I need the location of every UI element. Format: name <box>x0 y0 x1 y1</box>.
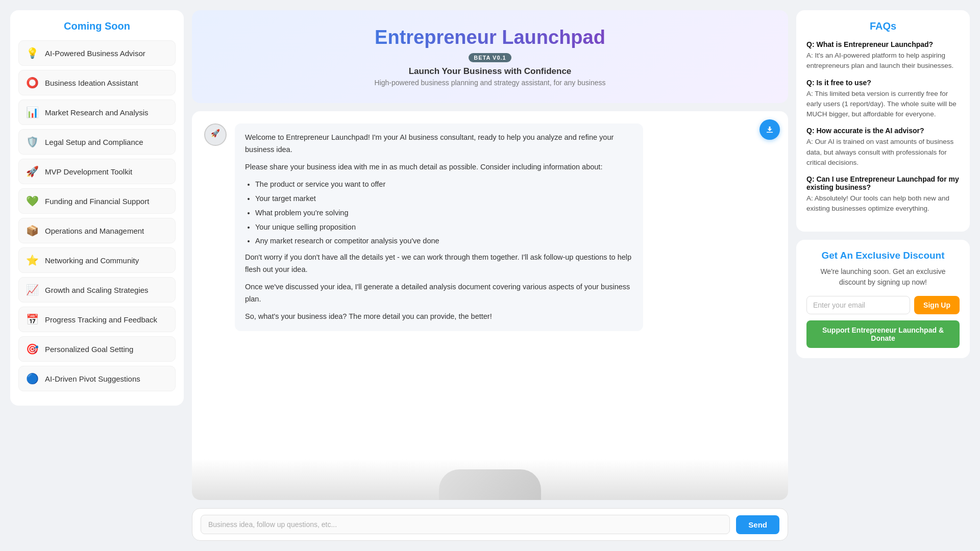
trending-icon: 📈 <box>26 284 39 296</box>
bullet-3: What problem you're solving <box>255 207 633 219</box>
circle-icon: ⭕ <box>26 77 39 89</box>
avatar: 🚀 <box>204 123 227 146</box>
sidebar-item-funding[interactable]: 💚 Funding and Financial Support <box>18 188 176 214</box>
sidebar-item-label: Operations and Management <box>45 227 144 235</box>
bullet-2: Your target market <box>255 193 633 205</box>
header-desc: High-powered business planning and strat… <box>212 79 768 87</box>
sidebar-item-label: Market Research and Analysis <box>45 108 149 117</box>
faq-question-2: Q: Is it free to use? <box>806 79 960 87</box>
sidebar-item-ai-powered-advisor[interactable]: 💡 AI-Powered Business Advisor <box>18 40 176 66</box>
faq-answer-3: A: Our AI is trained on vast amounts of … <box>806 137 960 168</box>
email-row: Sign Up <box>806 296 960 314</box>
chat-image-area <box>192 459 788 500</box>
sidebar-item-label: Business Ideation Assistant <box>45 79 138 87</box>
right-sidebar: FAQs Q: What is Entrepreneur Launchpad? … <box>796 10 970 541</box>
sidebar-item-pivot[interactable]: 🔵 AI-Driven Pivot Suggestions <box>18 366 176 391</box>
box-icon: 📦 <box>26 224 39 237</box>
beta-badge: BETA V0.1 <box>469 53 511 62</box>
sidebar-item-label: Funding and Financial Support <box>45 197 149 206</box>
welcome-p3: Don't worry if you don't have all the de… <box>245 252 633 276</box>
sidebar-item-label: AI-Powered Business Advisor <box>45 49 145 58</box>
faq-item-1: Q: What is Entrepreneur Launchpad? A: It… <box>806 40 960 71</box>
welcome-p5: So, what's your business idea? The more … <box>245 311 633 323</box>
target-icon: 🎯 <box>26 343 39 355</box>
discount-title: Get An Exclusive Discount <box>806 250 960 261</box>
welcome-list: The product or service you want to offer… <box>255 179 633 248</box>
bullet-1: The product or service you want to offer <box>255 179 633 191</box>
sidebar-title: Coming Soon <box>18 20 176 32</box>
chat-card: 🚀 Welcome to Entrepreneur Launchpad! I'm… <box>192 111 788 500</box>
faq-card: FAQs Q: What is Entrepreneur Launchpad? … <box>796 10 970 232</box>
welcome-p1: Welcome to Entrepreneur Launchpad! I'm y… <box>245 132 633 156</box>
main-content: Entrepreneur Launchpad BETA V0.1 Launch … <box>192 10 788 541</box>
chat-input-bar: Send <box>192 508 788 541</box>
welcome-p4: Once we've discussed your idea, I'll gen… <box>245 281 633 306</box>
faq-question-1: Q: What is Entrepreneur Launchpad? <box>806 40 960 48</box>
welcome-p2: Please share your business idea with me … <box>245 161 633 173</box>
bullet-4: Your unique selling proposition <box>255 221 633 234</box>
sidebar-item-progress[interactable]: 📅 Progress Tracking and Feedback <box>18 307 176 332</box>
rocket-icon: 🚀 <box>26 165 39 178</box>
chat-messages: 🚀 Welcome to Entrepreneur Launchpad! I'm… <box>192 111 788 459</box>
sidebar-item-label: Personalized Goal Setting <box>45 345 133 354</box>
sidebar-item-label: Legal Setup and Compliance <box>45 138 143 146</box>
chat-input[interactable] <box>201 515 730 534</box>
sidebar-item-goal-setting[interactable]: 🎯 Personalized Goal Setting <box>18 336 176 362</box>
discount-desc: We're launching soon. Get an exclusive d… <box>806 266 960 288</box>
sidebar-item-growth[interactable]: 📈 Growth and Scaling Strategies <box>18 277 176 303</box>
chat-message-welcome: 🚀 Welcome to Entrepreneur Launchpad! I'm… <box>204 123 776 331</box>
pivot-icon: 🔵 <box>26 372 39 385</box>
money-icon: 💚 <box>26 195 39 207</box>
faq-answer-4: A: Absolutely! Our tools can help both n… <box>806 193 960 214</box>
email-input[interactable] <box>806 296 910 314</box>
header-subtitle: Launch Your Business with Confidence <box>212 66 768 77</box>
faq-answer-2: A: This limited beta version is currentl… <box>806 89 960 120</box>
message-bubble: Welcome to Entrepreneur Launchpad! I'm y… <box>235 123 643 331</box>
header-card: Entrepreneur Launchpad BETA V0.1 Launch … <box>192 10 788 103</box>
discount-card: Get An Exclusive Discount We're launchin… <box>796 240 970 358</box>
sidebar-item-business-ideation[interactable]: ⭕ Business Ideation Assistant <box>18 70 176 95</box>
app-title: Entrepreneur Launchpad <box>212 27 768 48</box>
chat-image-placeholder <box>439 469 541 500</box>
sidebar-item-networking[interactable]: ⭐ Networking and Community <box>18 247 176 273</box>
chart-icon: 📊 <box>26 106 39 118</box>
sidebar-item-legal-setup[interactable]: 🛡️ Legal Setup and Compliance <box>18 129 176 155</box>
left-sidebar: Coming Soon 💡 AI-Powered Business Adviso… <box>10 10 184 406</box>
sidebar-item-label: Growth and Scaling Strategies <box>45 286 149 294</box>
shield-icon: 🛡️ <box>26 136 39 148</box>
sidebar-item-market-research[interactable]: 📊 Market Research and Analysis <box>18 99 176 125</box>
sidebar-item-label: Networking and Community <box>45 256 139 265</box>
sidebar-item-label: MVP Development Toolkit <box>45 167 132 176</box>
faq-title: FAQs <box>806 20 960 32</box>
sidebar-item-operations[interactable]: 📦 Operations and Management <box>18 218 176 243</box>
sidebar-item-label: Progress Tracking and Feedback <box>45 315 157 324</box>
faq-item-3: Q: How accurate is the AI advisor? A: Ou… <box>806 127 960 168</box>
faq-item-2: Q: Is it free to use? A: This limited be… <box>806 79 960 120</box>
download-button[interactable] <box>760 119 780 140</box>
faq-question-4: Q: Can I use Entrepreneur Launchpad for … <box>806 175 960 191</box>
sidebar-item-mvp-toolkit[interactable]: 🚀 MVP Development Toolkit <box>18 159 176 184</box>
support-button[interactable]: Support Entrepreneur Launchpad & Donate <box>806 320 960 348</box>
lightbulb-icon: 💡 <box>26 47 39 59</box>
sidebar-item-label: AI-Driven Pivot Suggestions <box>45 374 140 383</box>
star-icon: ⭐ <box>26 254 39 266</box>
bullet-5: Any market research or competitor analys… <box>255 235 633 247</box>
signup-button[interactable]: Sign Up <box>914 296 960 314</box>
svg-text:🚀: 🚀 <box>211 129 220 138</box>
faq-answer-1: A: It's an AI-powered platform to help a… <box>806 51 960 71</box>
calendar-icon: 📅 <box>26 313 39 325</box>
faq-item-4: Q: Can I use Entrepreneur Launchpad for … <box>806 175 960 214</box>
faq-question-3: Q: How accurate is the AI advisor? <box>806 127 960 135</box>
send-button[interactable]: Send <box>736 515 779 534</box>
